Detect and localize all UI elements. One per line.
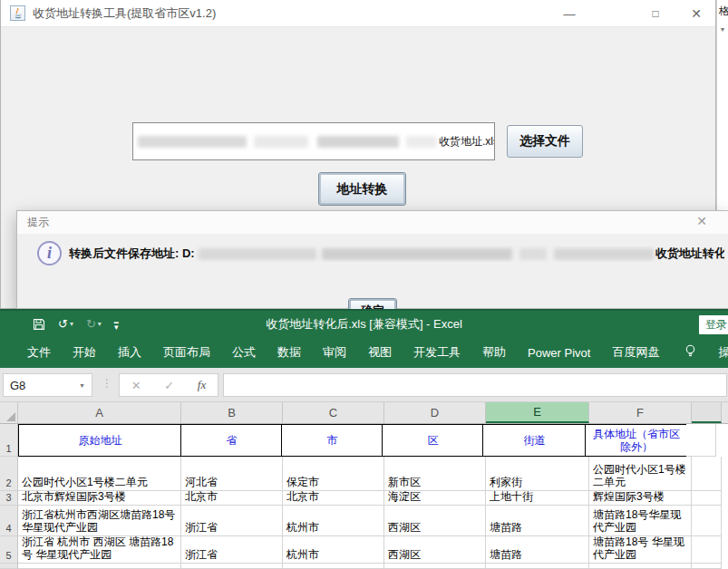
save-path-dialog: 提示 ✕ i 转换后文件保存地址: D: 收货地址转化后.xls 确定 (16, 210, 728, 309)
redo-dropdown-icon[interactable]: ▾ (98, 320, 102, 328)
row-number[interactable]: 3 (0, 491, 18, 506)
formula-input[interactable] (223, 373, 727, 397)
save-icon[interactable] (33, 318, 45, 331)
cell-d4[interactable]: 西湖区 (384, 506, 486, 536)
cell-b2[interactable]: 河北省 (181, 457, 283, 491)
cell-f5[interactable]: 塘苗路18号 华星现代产业园 (589, 536, 692, 564)
cell-a6[interactable] (18, 564, 181, 569)
cell-c1[interactable]: 市 (281, 424, 383, 457)
window-title: 收货地址转换工具(提取省市区v1.2) (33, 5, 216, 22)
column-header-g-partial[interactable] (692, 402, 722, 423)
tab-developer[interactable]: 开发工具 (413, 344, 461, 361)
cell-c3[interactable]: 北京市 (283, 491, 384, 506)
cell-g5[interactable] (692, 536, 722, 564)
cell-f6[interactable] (589, 564, 692, 569)
excel-titlebar: ↺ ▾ ↻ ▾ ▬ ▾ 收货地址转化后.xls [兼容模式] - Excel 登… (0, 309, 728, 337)
cell-a1[interactable]: 原始地址 (18, 424, 181, 457)
cell-e2[interactable]: 利家街 (486, 457, 589, 491)
row-number[interactable]: 1 (0, 424, 18, 457)
tab-home[interactable]: 开始 (73, 344, 96, 361)
redacted-text (317, 136, 399, 148)
cell-e5[interactable]: 塘苗路 (486, 536, 589, 564)
cell-b1[interactable]: 省 (180, 424, 282, 457)
cell-g1[interactable] (686, 424, 716, 457)
cell-d1[interactable]: 区 (382, 424, 483, 457)
cell-f3[interactable]: 辉煌国际3号楼 (589, 491, 692, 506)
cell-b5[interactable]: 浙江省 (181, 536, 283, 564)
row-number[interactable]: 4 (0, 506, 18, 536)
confirm-entry-icon[interactable]: ✓ (164, 379, 174, 392)
spreadsheet-grid: A B C D E F 1 原始地址 省 市 区 街道 具体地址（省市区除外） (0, 402, 728, 569)
undo-dropdown-icon[interactable]: ▾ (70, 320, 73, 328)
cell-b4[interactable]: 浙江省 (181, 506, 283, 536)
redacted-text (254, 136, 308, 148)
file-path-input[interactable]: 收货地址.xlsx (132, 122, 495, 160)
cell-c6[interactable] (283, 564, 384, 569)
cell-e6[interactable] (486, 564, 589, 569)
cell-e1[interactable]: 街道 (482, 424, 586, 457)
cell-e4[interactable]: 塘苗路 (486, 506, 589, 536)
cell-c4[interactable]: 杭州市 (283, 506, 384, 536)
cell-d6[interactable] (384, 564, 486, 569)
cell-g4[interactable] (692, 506, 722, 536)
select-all-corner[interactable] (0, 402, 18, 423)
tab-data[interactable]: 数据 (277, 344, 301, 361)
dialog-close-icon[interactable]: ✕ (692, 214, 712, 232)
cell-g6[interactable] (692, 564, 722, 569)
ribbon-tab-bar: 文件 开始 插入 页面布局 公式 数据 审阅 视图 开发工具 帮助 Power … (0, 337, 728, 368)
tab-help[interactable]: 帮助 (482, 344, 506, 361)
cell-c2[interactable]: 保定市 (283, 457, 384, 491)
cell-g2[interactable] (692, 457, 722, 491)
name-box-dropdown-icon[interactable]: ▼ (79, 382, 85, 389)
column-header-c[interactable]: C (283, 402, 384, 423)
column-header-b[interactable]: B (181, 402, 283, 423)
cell-e3[interactable]: 上地十街 (486, 491, 589, 506)
cell-d5[interactable]: 西湖区 (384, 536, 486, 564)
tab-baidu-netdisk[interactable]: 百度网盘 (612, 344, 659, 361)
cell-g3[interactable] (692, 491, 722, 506)
column-header-e-highlighted[interactable]: E (486, 402, 589, 423)
app-titlebar: 收货地址转换工具(提取省市区v1.2) — □ ✕ (1, 0, 715, 27)
cell-c5[interactable]: 杭州市 (283, 536, 384, 564)
close-icon[interactable]: ✕ (678, 0, 714, 27)
tab-formulas[interactable]: 公式 (232, 344, 256, 361)
edge-dropdown-icon[interactable]: ▼ (717, 26, 728, 33)
undo-button[interactable]: ↺ ▾ (58, 317, 73, 331)
redo-button[interactable]: ↻ ▾ (86, 317, 102, 331)
login-button[interactable]: 登录 (699, 315, 728, 334)
row-number[interactable] (0, 564, 18, 569)
row-number[interactable]: 2 (0, 457, 18, 491)
cancel-entry-icon[interactable]: ✕ (131, 379, 141, 392)
background-window-edge: 格 ▼ (716, 0, 728, 210)
cell-a4[interactable]: 浙江省杭州市西湖区塘苗路18号华星现代产业园 (18, 506, 181, 536)
tab-file[interactable]: 文件 (27, 344, 51, 361)
select-file-button[interactable]: 选择文件 (507, 125, 583, 158)
cell-f2[interactable]: 公园时代小区1号楼二单元 (589, 457, 692, 491)
cell-d3[interactable]: 海淀区 (384, 491, 486, 506)
tell-me-search[interactable]: 操作说明 (718, 344, 728, 361)
tab-page-layout[interactable]: 页面布局 (163, 344, 210, 361)
tab-insert[interactable]: 插入 (118, 344, 141, 361)
tab-power-pivot[interactable]: Power Pivot (528, 346, 590, 360)
column-header-d[interactable]: D (384, 402, 486, 423)
cell-f4[interactable]: 塘苗路18号华星现代产业园 (589, 506, 692, 536)
cell-a3[interactable]: 北京市辉煌国际3号楼 (18, 491, 181, 506)
column-header-a[interactable]: A (18, 402, 181, 423)
maximize-icon[interactable]: □ (637, 0, 674, 27)
cell-b6[interactable] (181, 564, 283, 569)
minimize-icon[interactable]: — (551, 0, 587, 27)
tab-view[interactable]: 视图 (368, 344, 392, 361)
name-box[interactable]: G8 ▼ (3, 373, 92, 397)
insert-function-icon[interactable]: fx (198, 378, 206, 392)
dialog-body: i 转换后文件保存地址: D: 收货地址转化后.xls 确定 (17, 234, 728, 310)
cell-d2[interactable]: 新市区 (384, 457, 486, 491)
tab-review[interactable]: 审阅 (323, 344, 346, 361)
column-header-f[interactable]: F (589, 402, 692, 423)
cell-a2[interactable]: 公园时代小区1号楼二单元 (18, 457, 181, 491)
convert-address-button[interactable]: 地址转换 (318, 172, 406, 206)
row-number[interactable]: 5 (0, 536, 18, 564)
customize-quick-access-icon[interactable]: ▬ ▾ (114, 320, 119, 329)
cell-b3[interactable]: 北京市 (181, 491, 283, 506)
cell-f1[interactable]: 具体地址（省市区除外） (585, 424, 687, 457)
cell-a5[interactable]: 浙江省 杭州市 西湖区 塘苗路18号 华星现代产业园 (18, 536, 181, 564)
